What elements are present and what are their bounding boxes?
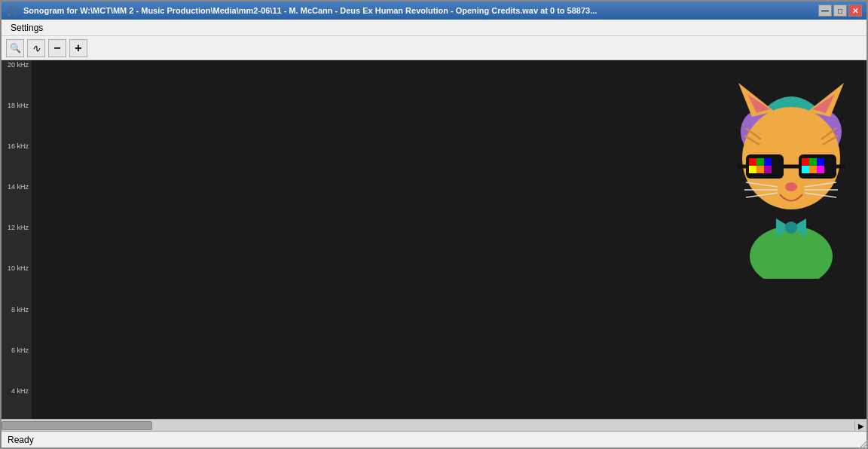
- app-icon: 🎵: [6, 5, 19, 17]
- svg-rect-27: [817, 166, 824, 173]
- status-bar: Ready: [2, 431, 866, 447]
- svg-point-28: [785, 182, 797, 191]
- scrollbar-thumb[interactable]: [2, 421, 152, 430]
- zoom-out-button[interactable]: −: [48, 39, 66, 57]
- zoom-in-button[interactable]: +: [69, 39, 87, 57]
- toolbar: 🔍 ∿ − +: [2, 36, 866, 60]
- svg-rect-22: [802, 158, 809, 166]
- svg-rect-25: [802, 166, 809, 173]
- svg-rect-26: [809, 166, 817, 173]
- resize-icon: [856, 437, 868, 449]
- freq-label-18k-1: 18 kHz: [2, 102, 32, 109]
- svg-point-35: [750, 226, 833, 279]
- close-button[interactable]: ✕: [848, 5, 862, 17]
- freq-label-6k-1: 6 kHz: [2, 347, 32, 354]
- svg-rect-21: [764, 166, 772, 173]
- freq-label-4k-1: 4 kHz: [2, 388, 32, 395]
- svg-line-41: [865, 446, 868, 449]
- maximize-button[interactable]: □: [833, 5, 847, 17]
- svg-line-40: [862, 443, 868, 449]
- status-text: Ready: [8, 435, 34, 445]
- window-title: Sonogram for W:\MCT\MM 2 - Music Product…: [23, 6, 597, 15]
- svg-rect-16: [749, 158, 756, 166]
- minimize-button[interactable]: —: [818, 5, 832, 17]
- scroll-right-button[interactable]: ▶: [854, 420, 866, 432]
- svg-rect-17: [756, 158, 764, 166]
- wave-tool-button[interactable]: ∿: [27, 39, 45, 57]
- title-bar: 🎵 Sonogram for W:\MCT\MM 2 - Music Produ…: [2, 2, 866, 20]
- svg-rect-24: [817, 158, 824, 166]
- zoom-tool-button[interactable]: 🔍: [6, 39, 24, 57]
- freq-label-10k-1: 10 kHz: [2, 265, 32, 272]
- freq-label-14k-1: 14 kHz: [2, 184, 32, 191]
- menu-bar: Settings: [2, 20, 866, 36]
- scrollbar-track[interactable]: [2, 420, 854, 431]
- settings-menu[interactable]: Settings: [5, 21, 49, 35]
- resize-handle[interactable]: [856, 437, 868, 449]
- svg-rect-19: [749, 166, 756, 173]
- svg-rect-20: [756, 166, 764, 173]
- main-content: 20 kHz 18 kHz 16 kHz 14 kHz 12 kHz 10 kH…: [2, 60, 866, 419]
- mascot: [723, 60, 859, 279]
- app-window: 🎵 Sonogram for W:\MCT\MM 2 - Music Produ…: [0, 0, 868, 449]
- freq-label-20k-1: 20 kHz: [2, 62, 32, 69]
- scrollbar-area[interactable]: ▶: [2, 419, 866, 431]
- y-axis-1: 20 kHz 18 kHz 16 kHz 14 kHz 12 kHz 10 kH…: [2, 60, 32, 419]
- svg-point-38: [785, 221, 797, 234]
- freq-label-8k-1: 8 kHz: [2, 307, 32, 313]
- title-bar-left: 🎵 Sonogram for W:\MCT\MM 2 - Music Produ…: [6, 5, 597, 17]
- mascot-svg: [723, 60, 859, 279]
- freq-label-12k-1: 12 kHz: [2, 225, 32, 231]
- freq-label-16k-1: 16 kHz: [2, 143, 32, 150]
- svg-rect-18: [764, 158, 772, 166]
- title-controls: — □ ✕: [818, 5, 862, 17]
- svg-rect-23: [809, 158, 817, 166]
